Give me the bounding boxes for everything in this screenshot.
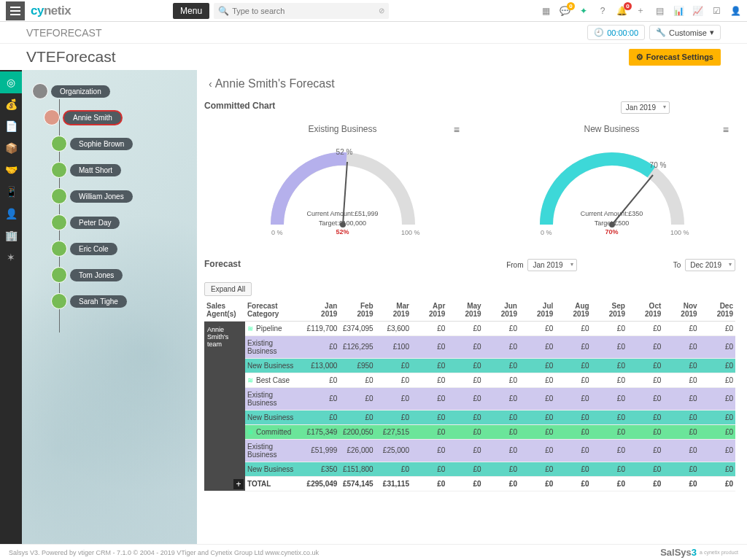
org-child[interactable]: Tom Jones [51,267,197,283]
cell-value: £0 [627,373,663,387]
grid-icon[interactable]: ▤ [654,5,665,17]
expand-all-button[interactable]: Expand All [204,282,252,296]
avatar [51,136,67,152]
to-select[interactable]: Dec 2019 [685,259,735,271]
add-icon[interactable]: ＋ [635,5,646,17]
svg-text:70 %: 70 % [649,161,666,169]
cell-value: £0 [376,410,411,424]
table-row[interactable]: Existing Business£0£0£0£0£0£0£0£0£0£0£0£… [204,387,735,410]
cell-value: £0 [555,321,591,335]
chart-month-select[interactable]: Jan 2019 [621,101,670,114]
cell-value: £0 [555,439,591,462]
cell-value: £0 [519,373,555,387]
cell-value: £350 [303,462,339,476]
avatar [51,162,67,178]
org-root[interactable]: Organization [32,83,197,99]
gauge-existing: Existing Business ≡ 52 % 0 % 100 % Curre… [219,124,466,237]
top-bar: cynetix Menu 🔍 ⊘ ▦ 💬0 ✦ ? 🔔0 ＋ ▤ 📊 📈 ☑ 👤 [0,0,747,22]
cell-value: £0 [484,335,519,358]
rail-device-icon[interactable]: 📱 [0,181,22,203]
cell-value: £3,600 [376,321,411,335]
org-child[interactable]: Matt Short [51,162,197,178]
cell-value: £0 [555,387,591,410]
table-row[interactable]: ≋Best Case£0£0£0£0£0£0£0£0£0£0£0£0 [204,373,735,387]
calendar-icon[interactable]: ▦ [540,5,551,17]
rail-handshake-icon[interactable]: 🤝 [0,159,22,181]
cell-value: £0 [411,387,447,410]
table-row[interactable]: New Business£350£151,800£0£0£0£0£0£0£0£0… [204,462,735,476]
rail-star-icon[interactable]: ✶ [0,246,22,268]
check-icon[interactable]: ☑ [711,5,722,17]
chart2-icon[interactable]: 📈 [692,5,703,17]
clear-icon[interactable]: ⊘ [379,7,384,15]
customise-button[interactable]: 🔧Customise ▾ [649,25,721,40]
table-row[interactable]: New Business£0£0£0£0£0£0£0£0£0£0£0£0 [204,410,735,424]
cell-value: £0 [339,373,375,387]
cell-value: £0 [663,462,699,476]
help-icon[interactable]: ? [597,5,608,17]
cell-category: TOTAL [245,476,303,491]
table-row[interactable]: Existing Business£0£126,295£100£0£0£0£0£… [204,335,735,358]
cell-value: £0 [663,410,699,424]
table-row[interactable]: TOTAL£295,049£574,145£31,115£0£0£0£0£0£0… [204,476,735,491]
cell-value: £0 [411,439,447,462]
cell-value: £0 [592,439,627,462]
hamburger-icon[interactable] [6,1,25,20]
cell-value: £0 [627,321,663,335]
cell-value: £0 [700,476,735,491]
cell-value: £26,000 [339,439,375,462]
cell-value: £0 [627,335,663,358]
from-select[interactable]: Jan 2019 [527,259,576,271]
rail-doc-icon[interactable]: 📄 [0,115,22,137]
timer[interactable]: 🕘00:00:00 [587,25,645,40]
org-child[interactable]: William Jones [51,188,197,204]
cell-value: £0 [339,410,375,424]
cell-category: Existing Business [245,335,303,358]
org-selected[interactable]: Annie Smith [44,109,197,125]
cell-value: £0 [592,387,627,410]
table-row[interactable]: New Business£13,000£950£0£0£0£0£0£0£0£0£… [204,358,735,373]
bell-icon[interactable]: 🔔0 [616,5,627,17]
cell-category: ≋Pipeline [245,321,303,335]
table-row[interactable]: Existing Business£51,999£26,000£25,000£0… [204,439,735,462]
sub-bar: VTEFORECAST 🕘00:00:00 🔧Customise ▾ [0,22,747,44]
col-month: Aug2019 [555,299,591,322]
cell-value: £0 [411,410,447,424]
org-child[interactable]: Eric Cole [51,241,197,257]
apps-icon[interactable]: ✦ [578,5,589,17]
col-agent: Sales Agent(s) [204,299,245,322]
module-title: VTEFORECAST [26,27,101,39]
org-child[interactable]: Peter Day [51,214,197,230]
rail-box-icon[interactable]: 📦 [0,137,22,159]
rail-building-icon[interactable]: 🏢 [0,225,22,246]
cell-value: £0 [376,373,411,387]
org-child[interactable]: Sarah Tighe [51,293,197,309]
table-row[interactable]: Annie Smith's team+≋Pipeline£119,700£374… [204,321,735,335]
rail-person-icon[interactable]: 👤 [0,203,22,225]
cell-value: £0 [555,373,591,387]
gauge-menu-icon[interactable]: ≡ [454,124,459,136]
cell-value: £0 [592,373,627,387]
forecast-settings-button[interactable]: ⚙Forecast Settings [629,49,721,66]
table-row[interactable]: ≋Committed£175,349£200,050£27,515£0£0£0£… [204,424,735,439]
cell-value: £0 [376,358,411,373]
chevron-left-icon[interactable]: ‹ [209,78,212,90]
left-rail: ◎ 💰 📄 📦 🤝 📱 👤 🏢 ✶ [0,70,22,544]
logo: cynetix [31,4,71,18]
col-month: Feb2019 [339,299,375,322]
rail-bag-icon[interactable]: 💰 [0,93,22,115]
search-field[interactable] [232,7,376,15]
gauge-menu-icon[interactable]: ≡ [723,124,728,136]
svg-text:100 %: 100 % [401,229,420,236]
cell-category: ≋Committed [245,424,303,439]
cell-value: £0 [447,387,483,410]
user-icon[interactable]: 👤 [729,5,741,17]
rail-target-icon[interactable]: ◎ [0,71,22,93]
menu-button[interactable]: Menu [173,3,209,19]
add-agent-icon[interactable]: + [233,479,244,489]
chart-icon[interactable]: 📊 [673,5,684,17]
col-month: Nov2019 [663,299,699,322]
org-child[interactable]: Sophie Brown [51,136,197,152]
search-input[interactable]: 🔍 ⊘ [214,3,389,19]
chat-icon[interactable]: 💬0 [559,5,570,17]
